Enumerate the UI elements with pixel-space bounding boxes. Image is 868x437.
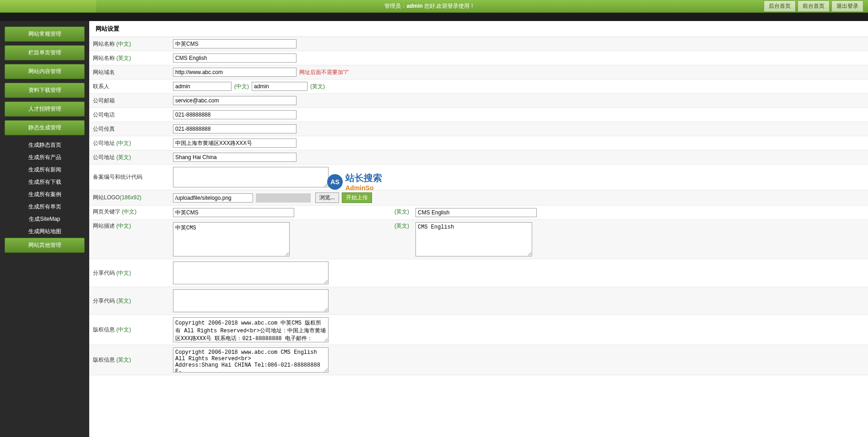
upload-button[interactable]: 开始上传 [342, 192, 372, 203]
nav-site-content[interactable]: 网站内容管理 [5, 64, 85, 79]
share-en-textarea[interactable] [173, 289, 329, 312]
icp-textarea[interactable] [173, 167, 329, 187]
row-copyright-cn: 版权信息 (中文) [89, 315, 868, 345]
email-input[interactable] [173, 96, 297, 105]
nav-static-gen[interactable]: 静态生成管理 [5, 120, 85, 135]
copyright-en-textarea[interactable] [173, 347, 329, 373]
section-title: 网站设置 [89, 21, 868, 37]
row-share-en: 分享代码 (英文) [89, 287, 868, 315]
frontend-home-button[interactable]: 前台首页 [798, 0, 830, 12]
nav-column-page[interactable]: 栏目单页管理 [5, 45, 85, 60]
row-keywords: 网页关键字 (中文) (英文) [89, 206, 868, 220]
sitename-en-input[interactable] [173, 53, 297, 63]
row-sitename-cn: 网站名称 (中文) [89, 37, 868, 51]
row-domain: 网站域名 网址后面不需要加"/" [89, 65, 868, 80]
sitename-cn-input[interactable] [173, 39, 297, 48]
header-welcome: 管理员：admin 您好,欢迎登录使用！ [96, 2, 764, 10]
sub-gen-sitemap-cn[interactable]: 生成网站地图 [5, 225, 85, 238]
sub-gen-news[interactable]: 生成所有新闻 [5, 164, 85, 176]
row-logo: 网站LOGO(186x92) 浏览... 开始上传 [89, 190, 868, 206]
logout-button[interactable]: 退出登录 [831, 0, 863, 12]
row-sitename-en: 网站名称 (英文) [89, 51, 868, 65]
backend-home-button[interactable]: 后台首页 [764, 0, 796, 12]
header-actions: 后台首页 前台首页 退出登录 [764, 0, 863, 12]
nav-site-other[interactable]: 网站其他管理 [5, 238, 85, 253]
desc-cn-textarea[interactable] [173, 222, 290, 256]
nav-site-general[interactable]: 网站常规管理 [5, 27, 85, 42]
address-cn-input[interactable] [173, 139, 297, 148]
browse-button[interactable]: 浏览... [315, 192, 339, 203]
row-email: 公司邮箱 [89, 94, 868, 108]
phone-input[interactable] [173, 110, 297, 119]
main-content: 网站设置 网站名称 (中文) 网站名称 (英文) 网站域名 网址后面不需要加"/… [89, 21, 868, 437]
domain-input[interactable] [173, 68, 297, 77]
nav-hr[interactable]: 人才招聘管理 [5, 101, 85, 117]
share-cn-textarea[interactable] [173, 261, 329, 284]
keywords-cn-input[interactable] [173, 208, 294, 217]
address-en-input[interactable] [173, 153, 297, 162]
sub-gen-products[interactable]: 生成所有产品 [5, 151, 85, 164]
sub-gen-pages[interactable]: 生成所有单页 [5, 201, 85, 213]
row-copyright-en: 版权信息 (英文) [89, 345, 868, 375]
row-icp: 备案编号和统计代码 [89, 165, 868, 190]
logo-preview [256, 193, 311, 203]
row-desc: 网站描述 (中文) (英文) [89, 220, 868, 259]
row-share-cn: 分享代码 (中文) [89, 259, 868, 287]
sidebar: 网站常规管理 栏目单页管理 网站内容管理 资料下载管理 人才招聘管理 静态生成管… [0, 21, 89, 437]
row-contact: 联系人 (中文) (英文) [89, 80, 868, 94]
row-address-en: 公司地址 (英文) [89, 150, 868, 165]
fax-input[interactable] [173, 124, 297, 133]
header-bar: 管理员：admin 您好,欢迎登录使用！ 后台首页 前台首页 退出登录 [0, 0, 868, 13]
sub-gen-sitemap[interactable]: 生成SiteMap [5, 213, 85, 225]
header-logo-area [0, 0, 96, 12]
row-address-cn: 公司地址 (中文) [89, 136, 868, 150]
contact-cn-input[interactable] [173, 82, 232, 91]
keywords-en-input[interactable] [415, 208, 537, 217]
logo-path-input[interactable] [173, 193, 253, 203]
contact-en-input[interactable] [252, 82, 307, 91]
copyright-cn-textarea[interactable] [173, 317, 329, 342]
sub-gen-home[interactable]: 生成静态首页 [5, 139, 85, 151]
sub-gen-downloads[interactable]: 生成所有下载 [5, 176, 85, 188]
nav-download[interactable]: 资料下载管理 [5, 83, 85, 98]
domain-hint: 网址后面不需要加"/" [299, 69, 349, 76]
row-phone: 公司电话 [89, 108, 868, 122]
divider-bar [0, 13, 868, 21]
desc-en-textarea[interactable] [415, 222, 532, 256]
row-fax: 公司传真 [89, 122, 868, 136]
sub-gen-cases[interactable]: 生成所有案例 [5, 188, 85, 201]
